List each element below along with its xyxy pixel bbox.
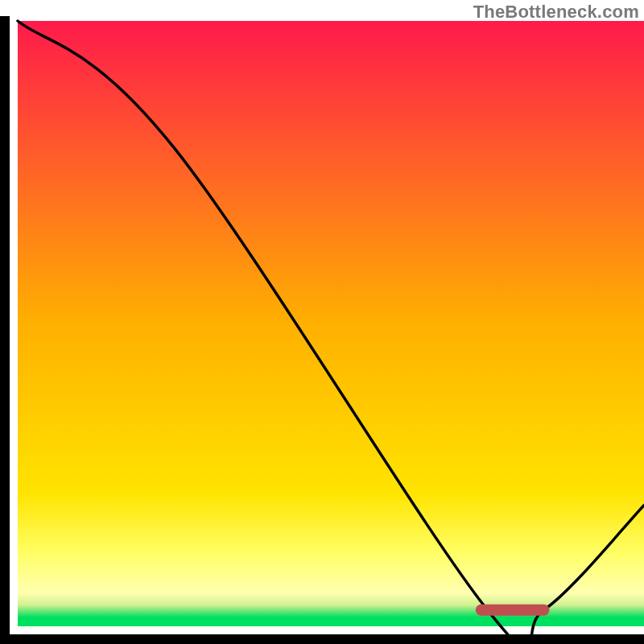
watermark: TheBottleneck.com — [473, 2, 639, 23]
chart-stage: TheBottleneck.com — [0, 0, 644, 644]
bottleneck-chart — [0, 0, 644, 644]
plot-area — [18, 21, 644, 626]
axes — [3, 21, 644, 644]
